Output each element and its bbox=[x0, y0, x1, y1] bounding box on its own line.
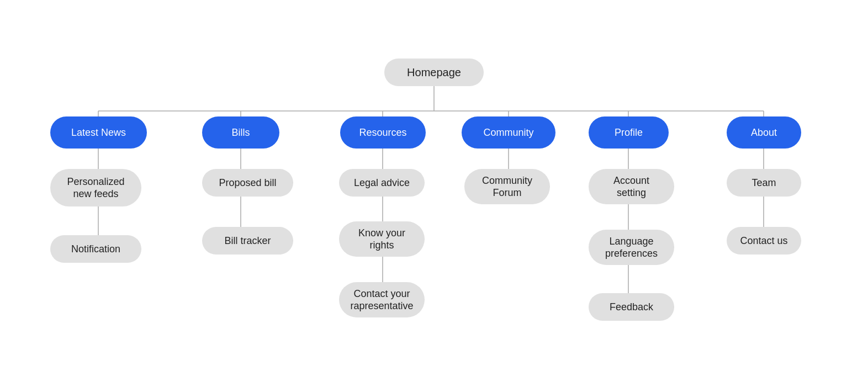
profile-label: Profile bbox=[615, 126, 643, 139]
node-contact-representative[interactable]: Contact your rapresentative bbox=[339, 282, 425, 317]
about-label: About bbox=[751, 126, 777, 139]
community-label: Community bbox=[483, 126, 533, 139]
category-resources[interactable]: Resources bbox=[340, 116, 426, 149]
node-feedback[interactable]: Feedback bbox=[589, 293, 674, 321]
node-legal-advice[interactable]: Legal advice bbox=[339, 169, 425, 197]
node-community-forum[interactable]: Community Forum bbox=[464, 169, 550, 204]
notification-label: Notification bbox=[71, 243, 120, 256]
sitemap-diagram: Homepage Latest News Bills Resources Com… bbox=[20, 14, 848, 357]
category-latest-news[interactable]: Latest News bbox=[50, 116, 147, 149]
feedback-label: Feedback bbox=[610, 301, 653, 314]
bills-label: Bills bbox=[231, 126, 250, 139]
account-setting-label: Account setting bbox=[600, 174, 663, 199]
personalized-label: Personalized new feeds bbox=[61, 176, 130, 200]
node-personalized-new-feeds[interactable]: Personalized new feeds bbox=[50, 169, 141, 206]
node-contact-us[interactable]: Contact us bbox=[727, 227, 801, 255]
category-profile[interactable]: Profile bbox=[589, 116, 669, 149]
category-about[interactable]: About bbox=[727, 116, 801, 149]
root-label: Homepage bbox=[407, 66, 461, 80]
node-bill-tracker[interactable]: Bill tracker bbox=[202, 227, 293, 255]
node-proposed-bill[interactable]: Proposed bill bbox=[202, 169, 293, 197]
category-community[interactable]: Community bbox=[462, 116, 555, 149]
category-bills[interactable]: Bills bbox=[202, 116, 279, 149]
language-pref-label: Language preferences bbox=[600, 235, 663, 260]
node-notification[interactable]: Notification bbox=[50, 235, 141, 263]
resources-label: Resources bbox=[359, 126, 406, 139]
contact-us-label: Contact us bbox=[740, 235, 787, 247]
proposed-bill-label: Proposed bill bbox=[219, 177, 276, 189]
bill-tracker-label: Bill tracker bbox=[224, 235, 271, 247]
team-label: Team bbox=[751, 177, 776, 189]
node-language-preferences[interactable]: Language preferences bbox=[589, 230, 674, 265]
legal-advice-label: Legal advice bbox=[354, 177, 410, 189]
latest-news-label: Latest News bbox=[71, 126, 126, 139]
contact-rep-label: Contact your rapresentative bbox=[350, 288, 414, 312]
node-team[interactable]: Team bbox=[727, 169, 801, 197]
community-forum-label: Community Forum bbox=[475, 174, 539, 199]
know-rights-label: Know your rights bbox=[350, 227, 414, 252]
node-account-setting[interactable]: Account setting bbox=[589, 169, 674, 204]
root-node[interactable]: Homepage bbox=[384, 59, 484, 86]
node-know-your-rights[interactable]: Know your rights bbox=[339, 221, 425, 257]
